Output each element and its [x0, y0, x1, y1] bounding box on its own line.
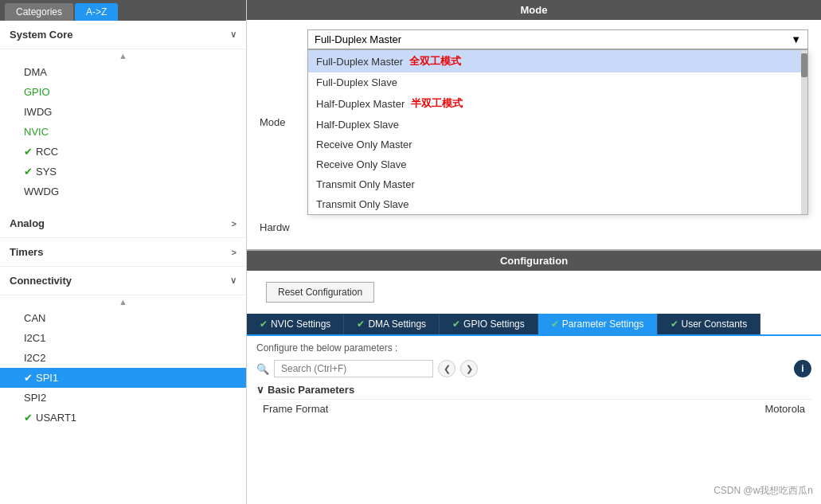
dropdown-item-full-duplex-master[interactable]: Full-Duplex Master 全双工模式: [308, 50, 807, 72]
dropdown-list[interactable]: Full-Duplex Master 全双工模式 Full-Duplex Sla…: [307, 49, 808, 215]
chevron-right-icon: >: [232, 219, 237, 229]
check-icon: ✔: [452, 318, 460, 330]
tab-nvic-settings[interactable]: ✔ NVIC Settings: [247, 314, 344, 334]
scroll-up-arrow[interactable]: ▲: [0, 49, 246, 62]
dropdown-item-label: Half-Duplex Master: [316, 98, 405, 110]
sidebar: Categories A->Z System Core ∨ ▲ DMA GPIO…: [0, 0, 247, 504]
prev-nav-button[interactable]: ❮: [438, 360, 455, 377]
search-input[interactable]: [274, 360, 433, 377]
sidebar-item-usart1[interactable]: ✔USART1: [0, 408, 246, 428]
config-tabs: ✔ NVIC Settings ✔ DMA Settings ✔ GPIO Se…: [247, 314, 821, 336]
dropdown-item-label: Transmit Only Slave: [316, 198, 409, 210]
dropdown-item-transmit-only-master[interactable]: Transmit Only Master: [308, 174, 807, 194]
mode-select-wrapper: Full-Duplex Master ▼ Full-Duplex Master …: [307, 29, 808, 215]
dropdown-item-full-duplex-slave[interactable]: Full-Duplex Slave: [308, 72, 807, 92]
mode-row: Mode Full-Duplex Master ▼ Full-Duplex Ma…: [260, 29, 808, 215]
check-icon-spi1: ✔: [24, 372, 33, 384]
tab-categories[interactable]: Categories: [5, 3, 73, 21]
sidebar-item-can[interactable]: CAN: [0, 308, 246, 328]
dropdown-item-label: Full-Duplex Master: [316, 56, 403, 68]
info-button[interactable]: i: [794, 360, 811, 377]
check-icon: ✔: [670, 318, 678, 330]
mode-selected-value: Full-Duplex Master: [315, 33, 401, 45]
section-timers[interactable]: Timers >: [0, 238, 246, 267]
tab-dma-label: DMA Settings: [368, 318, 426, 330]
param-row-frame-format: Frame Format Motorola: [256, 399, 811, 418]
section-connectivity[interactable]: Connectivity ∨: [0, 267, 246, 295]
tab-user-constants-label: User Constants: [682, 318, 748, 330]
search-bar: 🔍 ❮ ❯ i: [256, 360, 811, 377]
tab-parameter-label: Parameter Settings: [562, 318, 644, 330]
check-icon: ✔: [24, 412, 33, 424]
check-icon: ✔: [357, 318, 365, 330]
tab-gpio-settings[interactable]: ✔ GPIO Settings: [440, 314, 538, 334]
config-body: Configure the below parameters : 🔍 ❮ ❯ i…: [247, 336, 821, 504]
chevron-down-icon: ∨: [230, 275, 237, 286]
sidebar-item-sys[interactable]: ✔SYS: [0, 162, 246, 182]
dropdown-scrollbar[interactable]: [801, 50, 807, 214]
section-analog-label: Analog: [10, 217, 45, 229]
sidebar-content: System Core ∨ ▲ DMA GPIO IWDG NVIC ✔RCC …: [0, 21, 246, 504]
dropdown-item-label: Half-Duplex Slave: [316, 119, 399, 131]
mode-section: Mode Mode Full-Duplex Master ▼ Full-Dupl…: [247, 0, 821, 251]
chinese-label-full-duplex: 全双工模式: [409, 54, 461, 68]
sidebar-item-wwdg[interactable]: WWDG: [0, 182, 246, 201]
main-content: Mode Mode Full-Duplex Master ▼ Full-Dupl…: [247, 0, 821, 504]
chevron-right-icon: >: [232, 248, 237, 257]
dropdown-item-half-duplex-master[interactable]: Half-Duplex Master 半双工模式: [308, 92, 807, 115]
dropdown-item-label: Receive Only Slave: [316, 158, 406, 170]
sidebar-item-iwdg[interactable]: IWDG: [0, 102, 246, 122]
check-icon: ✔: [24, 146, 33, 158]
basic-params-label: Basic Parameters: [268, 384, 354, 396]
sidebar-item-rcc[interactable]: ✔RCC: [0, 142, 246, 162]
dropdown-arrow-icon: ▼: [791, 33, 801, 45]
param-value: Motorola: [764, 403, 805, 415]
basic-params-header: ∨ Basic Parameters: [256, 384, 811, 396]
watermark: CSDN @w我想吃西瓜n: [713, 484, 813, 498]
tab-dma-settings[interactable]: ✔ DMA Settings: [344, 314, 440, 334]
section-timers-label: Timers: [10, 246, 43, 258]
tab-az[interactable]: A->Z: [75, 3, 118, 21]
reset-configuration-button[interactable]: Reset Configuration: [266, 282, 374, 303]
dropdown-item-receive-only-master[interactable]: Receive Only Master: [308, 135, 807, 154]
config-title-bar: Configuration: [247, 251, 821, 271]
param-name: Frame Format: [263, 403, 328, 415]
reset-btn-container: Reset Configuration: [247, 271, 821, 314]
dropdown-item-half-duplex-slave[interactable]: Half-Duplex Slave: [308, 115, 807, 135]
config-section: Configuration Reset Configuration ✔ NVIC…: [247, 251, 821, 504]
tab-parameter-settings[interactable]: ✔ Parameter Settings: [538, 314, 658, 334]
expand-icon: ∨: [256, 384, 264, 396]
check-icon: ✔: [260, 318, 268, 330]
hardware-row: Hardw: [260, 221, 808, 233]
section-system-core[interactable]: System Core ∨: [0, 21, 246, 49]
tab-gpio-label: GPIO Settings: [463, 318, 525, 330]
sidebar-item-i2c1[interactable]: I2C1: [0, 328, 246, 348]
sidebar-item-i2c2[interactable]: I2C2: [0, 348, 246, 368]
mode-body: Mode Full-Duplex Master ▼ Full-Duplex Ma…: [247, 20, 821, 249]
sidebar-item-dma[interactable]: DMA: [0, 62, 246, 82]
sidebar-item-nvic[interactable]: NVIC: [0, 122, 246, 142]
tab-user-constants[interactable]: ✔ User Constants: [658, 314, 761, 334]
dropdown-item-label: Transmit Only Master: [316, 178, 415, 190]
mode-select-display[interactable]: Full-Duplex Master ▼: [307, 29, 808, 49]
section-system-core-label: System Core: [10, 29, 72, 41]
section-analog[interactable]: Analog >: [0, 209, 246, 238]
tab-nvic-label: NVIC Settings: [271, 318, 330, 330]
check-icon: ✔: [24, 166, 33, 178]
next-nav-button[interactable]: ❯: [460, 360, 478, 377]
mode-label: Mode: [260, 116, 307, 128]
chinese-label-half-duplex: 半双工模式: [411, 96, 463, 111]
dropdown-item-receive-only-slave[interactable]: Receive Only Slave: [308, 154, 807, 174]
dropdown-item-label: Full-Duplex Slave: [316, 76, 397, 88]
sidebar-item-gpio[interactable]: GPIO: [0, 82, 246, 102]
sidebar-item-spi2[interactable]: SPI2: [0, 388, 246, 408]
scroll-up-arrow-2[interactable]: ▲: [0, 295, 246, 308]
chevron-down-icon: ∨: [230, 29, 237, 40]
search-icon: 🔍: [256, 363, 269, 375]
section-connectivity-label: Connectivity: [10, 275, 72, 287]
sidebar-item-spi1[interactable]: ✔ SPI1: [0, 368, 246, 388]
configure-hint: Configure the below parameters :: [256, 342, 811, 354]
dropdown-item-transmit-only-slave[interactable]: Transmit Only Slave: [308, 194, 807, 214]
mode-title-bar: Mode: [247, 0, 821, 20]
hardware-label: Hardw: [260, 221, 307, 233]
